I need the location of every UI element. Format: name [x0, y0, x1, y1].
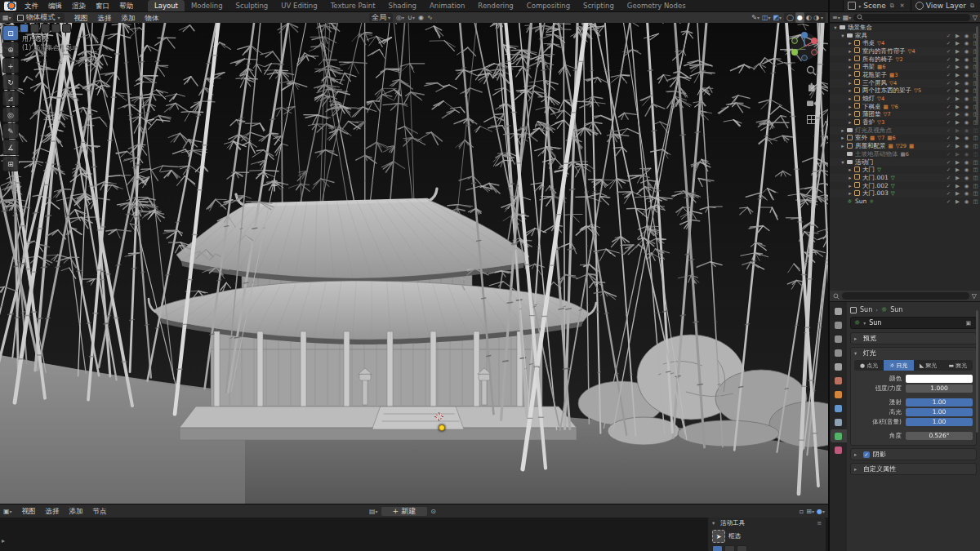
checkbox-toggle[interactable]: ✓ [944, 64, 953, 70]
gizmo-z-axis[interactable] [801, 32, 808, 38]
hide-viewport-toggle[interactable]: ◉ [962, 159, 971, 166]
hide-viewport-toggle[interactable]: ◉ [962, 127, 971, 134]
tool-scale[interactable]: ⊿ [2, 91, 19, 106]
properties-filter-icon[interactable]: ▽ [972, 291, 977, 301]
shading-solid-icon[interactable]: ● [795, 12, 804, 23]
tool-add-cube[interactable]: ⊞ [2, 156, 19, 171]
workspace-tab-geometry-nodes[interactable]: Geometry Nodes [621, 0, 693, 11]
漫射-field[interactable]: 1.00 [906, 398, 973, 407]
viewport-menu-添加[interactable]: 添加 [117, 12, 140, 24]
outliner-search-input[interactable] [853, 14, 970, 21]
outliner-display-mode-icon[interactable]: ≡▾ [832, 12, 840, 23]
node-menu-添加[interactable]: 添加 [65, 505, 88, 517]
light-type-面光[interactable]: ▬面光 [943, 360, 973, 371]
mode-set-icon[interactable] [712, 545, 723, 551]
outliner-filter-icon[interactable]: ▽ [973, 12, 978, 23]
expand-icon[interactable]: ▸ [847, 175, 853, 181]
selectable-toggle[interactable]: ▶ [953, 183, 962, 189]
expand-icon[interactable]: ▸ [847, 72, 853, 78]
hide-viewport-toggle[interactable]: ◉ [962, 64, 971, 70]
select-invert-icon[interactable] [51, 24, 60, 33]
outliner-row-蒲团垫[interactable]: ▸蒲团垫▽7✓▶◉◫ [830, 111, 980, 119]
overlays-icon[interactable]: ◫▾ [762, 12, 771, 23]
menu-窗口[interactable]: 窗口 [91, 0, 114, 11]
select-set-icon[interactable] [20, 24, 29, 33]
node-menu-选择[interactable]: 选择 [41, 505, 65, 517]
checkbox-toggle[interactable]: ✓ [944, 48, 953, 55]
properties-tab-object[interactable] [831, 388, 847, 401]
hide-render-toggle[interactable]: ◫ [971, 190, 980, 197]
workspace-tab-rendering[interactable]: Rendering [471, 0, 519, 11]
light-type-点光[interactable]: ●点光 [854, 360, 884, 371]
properties-tab-world[interactable] [831, 374, 847, 387]
checkbox-toggle[interactable]: ✓ [944, 119, 953, 126]
sun-light-origin[interactable] [439, 424, 445, 431]
checkbox-toggle[interactable]: ✓ [944, 72, 953, 78]
light-type-日光[interactable]: ☼日光 [884, 360, 913, 371]
camera-view-icon[interactable] [806, 98, 817, 109]
pan-hand-icon[interactable] [806, 82, 817, 92]
breadcrumb-object[interactable]: Sun [860, 306, 872, 313]
颜色-field[interactable] [906, 375, 973, 383]
selectable-toggle[interactable]: ▶ [953, 64, 962, 70]
selectable-toggle[interactable]: ▶ [953, 135, 962, 141]
outliner-row-灯光及视角点[interactable]: ▸灯光及视角点✓▶◉◫ [830, 127, 980, 135]
proportional-edit-icon[interactable]: ◉ [418, 12, 424, 23]
selectable-toggle[interactable]: ▶ [953, 48, 962, 55]
close-icon[interactable]: ✕ [898, 2, 906, 9]
角度-field[interactable]: 0.526° [906, 432, 973, 440]
properties-scrollbar[interactable] [976, 310, 978, 433]
outliner-row-场景集合[interactable]: ▾场景集合 [830, 24, 980, 32]
gizmo-y-axis[interactable] [791, 49, 798, 56]
viewport-3d[interactable]: ⊡⊕+↻⊿◎✎∡⊞ 用户透视 (1) 场景集合 | Sun [0, 23, 828, 504]
properties-tab-view-layer[interactable] [831, 346, 847, 359]
properties-tab-object-data[interactable] [831, 429, 847, 442]
hide-viewport-toggle[interactable]: ◉ [962, 135, 971, 141]
breadcrumb-data[interactable]: Sun [890, 306, 902, 313]
expand-icon[interactable]: ▸ [840, 127, 846, 134]
expand-icon[interactable]: ▸ [847, 96, 853, 102]
light-type-聚光[interactable]: ◣聚光 [914, 360, 943, 371]
annotate-gizmo-icon[interactable]: ✎▾ [751, 12, 760, 23]
tool-annotate[interactable]: ✎ [2, 123, 19, 139]
tool-select-box[interactable]: ⊡ [2, 25, 19, 41]
强度-力度-field[interactable]: 1.000 [906, 384, 973, 393]
workspace-tab-texture-paint[interactable]: Texture Paint [324, 0, 382, 11]
hide-viewport-toggle[interactable]: ◉ [962, 151, 971, 158]
outliner-row-烛灯[interactable]: ▸烛灯▽4✓▶◉◫ [830, 95, 980, 103]
checkbox-toggle[interactable]: ✓ [944, 167, 953, 173]
expand-icon[interactable]: ▸ [847, 80, 853, 87]
workspace-tab-uv-editing[interactable]: UV Editing [274, 0, 323, 11]
expand-icon[interactable]: ▸ [847, 111, 853, 118]
viewport-menu-选择[interactable]: 选择 [93, 12, 117, 24]
workspace-tab-compositing[interactable]: Compositing [520, 0, 577, 11]
outliner-row-大门[interactable]: ▸大门▽✓▶◉◫ [830, 166, 980, 174]
light-datablock-field[interactable]: ☼ ▾ Sun ▣ [850, 317, 977, 329]
hide-render-toggle[interactable]: ◫ [971, 183, 980, 189]
snapping-icon[interactable]: ⊞▾ [806, 506, 814, 517]
properties-tab-tool[interactable] [831, 304, 847, 318]
outliner-row-室内的青竹帘子[interactable]: ▸室内的青竹帘子▽4✓▶◉◫ [830, 47, 980, 56]
checkbox-toggle[interactable]: ✓ [944, 33, 953, 39]
outliner-row-室外[interactable]: ▸室外▦▽7▦6✓▶◉◫ [830, 135, 980, 143]
selectable-toggle[interactable]: ▶ [953, 87, 962, 94]
browse-icon[interactable]: ▤▾ [369, 506, 378, 517]
expand-icon[interactable]: ▸ [847, 56, 853, 63]
new-view-layer-button[interactable]: ⧉ [969, 2, 976, 9]
new-node-tree-button[interactable]: + 新建 [381, 507, 428, 516]
mode-subtract-icon[interactable] [737, 545, 747, 551]
expand-icon[interactable]: ▸ [847, 87, 853, 94]
collapse-icon[interactable]: ▾ [712, 520, 718, 527]
workspace-tab-animation[interactable]: Animation [423, 0, 471, 11]
selectable-toggle[interactable]: ▶ [953, 104, 962, 110]
checkbox-toggle[interactable]: ✓ [944, 183, 953, 189]
shadow-checkbox[interactable]: ✓ [863, 451, 870, 458]
checkbox-toggle[interactable]: ✓ [944, 96, 953, 102]
workspace-tab-modeling[interactable]: Modeling [185, 0, 229, 11]
vertical-splitter[interactable] [828, 0, 830, 551]
parent-nodes-icon[interactable]: ▫ [800, 506, 804, 517]
properties-search-input[interactable] [842, 292, 969, 300]
hide-render-toggle[interactable]: ◫ [971, 143, 980, 149]
checkbox-toggle[interactable]: ✓ [944, 159, 953, 166]
hide-render-toggle[interactable]: ◫ [971, 159, 980, 166]
